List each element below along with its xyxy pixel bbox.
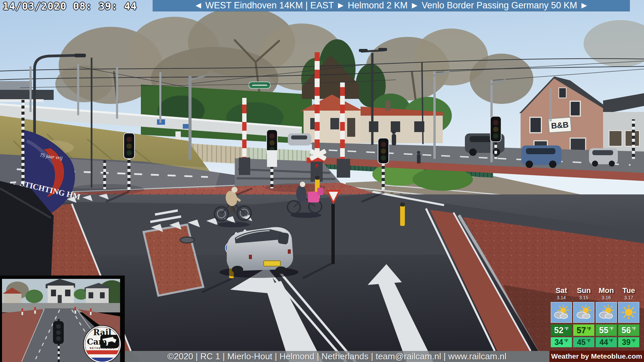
caption-bar: ©2020 | RC 1 | Mierlo-Hout | Helmond | N…	[124, 351, 549, 362]
low-temp: 45°F	[573, 337, 594, 347]
bnb-sign: B&B	[551, 120, 569, 130]
flag-stripe-white	[85, 354, 120, 358]
direction-banner: ◄ WEST Eindhoven 14KM | EAST ► Helmond 2…	[153, 0, 630, 11]
low-temp: 39°F	[618, 337, 639, 347]
railcam-logo: Rail Cam NETHERLANDS	[84, 326, 121, 362]
tree-shadow	[70, 184, 144, 195]
high-temp: 55°F	[596, 324, 617, 336]
flag-stripe-red	[85, 350, 120, 354]
weather-date: 3.14	[551, 295, 572, 301]
high-temp: 52°F	[551, 324, 572, 336]
timestamp: 14/03/2020 08: 39: 44	[3, 0, 137, 12]
weather-date: 3.17	[618, 295, 639, 301]
low-temp: 44°F	[596, 337, 617, 347]
parked-car-blue	[521, 145, 561, 168]
high-temp: 57°F	[573, 324, 594, 336]
high-temp: 56°F	[618, 324, 639, 336]
weather-credit: Weather by Meteoblue.com	[549, 351, 644, 362]
weather-widget: Sat 3.14 52°F 34°F Sun 3.15 57°F 45°F Mo…	[551, 286, 640, 347]
weather-day: Sun	[573, 286, 594, 295]
weather-col-mon: Mon 3.16 55°F 44°F	[596, 286, 617, 347]
bollard-right	[400, 202, 405, 226]
weather-col-sun: Sun 3.15 57°F 45°F	[573, 286, 594, 347]
logo-text-cam: Cam	[87, 337, 107, 347]
weather-day: Sat	[551, 286, 572, 295]
low-temp: 34°F	[551, 337, 572, 347]
weather-day: Tue	[618, 286, 639, 295]
sun-icon	[622, 306, 635, 319]
weather-date: 3.16	[596, 295, 617, 301]
weather-col-tue: Tue 3.17 56°F 39°F	[618, 286, 639, 347]
webcam-frame: B&B	[0, 0, 644, 362]
weather-day: Mon	[596, 286, 617, 295]
weather-col-sat: Sat 3.14 52°F 34°F	[551, 286, 572, 347]
logo-country: NETHERLANDS	[85, 347, 120, 349]
weather-date: 3.15	[573, 295, 594, 301]
parked-car-pale	[589, 148, 618, 167]
